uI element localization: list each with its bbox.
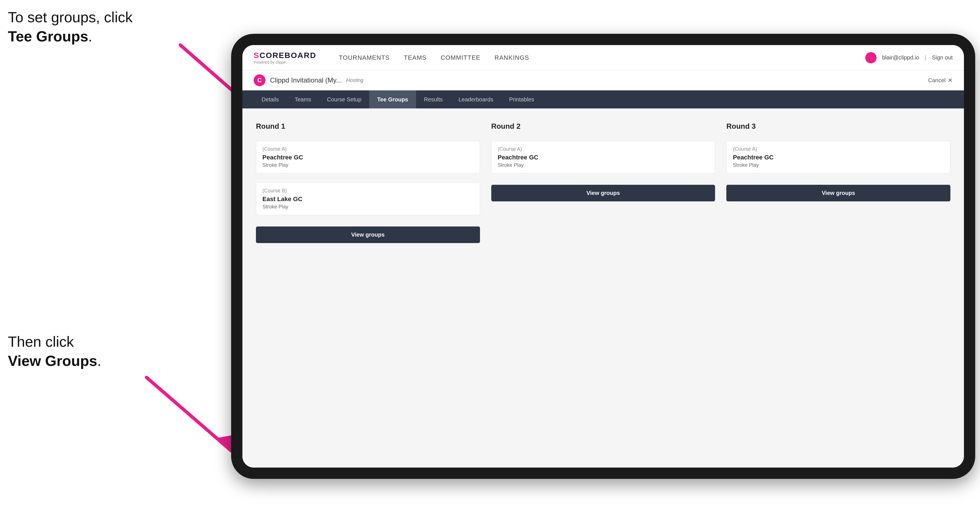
tablet-device: SCOREBOARD Powered by clippit TOURNAMENT… [231,34,975,479]
round-1-course-b-format: Stroke Play [262,204,474,210]
round-2-title: Round 2 [491,122,715,131]
round-3-view-groups-button[interactable]: View groups [726,185,950,202]
top-nav: SCOREBOARD Powered by clippit TOURNAMENT… [242,45,964,70]
nav-right: blair@clippd.io | Sign out [865,52,953,63]
tab-tee-groups[interactable]: Tee Groups [369,90,416,108]
cancel-label: Cancel [928,77,946,84]
svg-line-2 [146,378,231,451]
rounds-grid: Round 1 (Course A) Peachtree GC Stroke P… [256,122,950,243]
tab-printables[interactable]: Printables [501,90,542,108]
tournament-logo: C [254,75,266,86]
tab-course-setup[interactable]: Course Setup [319,90,369,108]
tab-leaderboards[interactable]: Leaderboards [451,90,501,108]
main-nav: TOURNAMENTS TEAMS COMMITTEE RANKINGS [339,54,848,61]
sign-out-link[interactable]: Sign out [932,54,953,61]
round-1-title: Round 1 [256,122,480,131]
hosting-badge: Hosting [346,78,363,83]
round-1-course-b-name: East Lake GC [262,195,474,203]
sub-nav: Details Teams Course Setup Tee Groups Re… [242,90,964,108]
nav-rankings[interactable]: RANKINGS [495,54,529,61]
cancel-button[interactable]: Cancel ✕ [928,77,953,84]
round-2-course-a-format: Stroke Play [498,162,709,168]
tournament-name: Clippd Invitational (My... [270,76,342,84]
round-2-column: Round 2 (Course A) Peachtree GC Stroke P… [491,122,715,243]
round-1-course-b-card: (Course B) East Lake GC Stroke Play [256,183,480,215]
round-3-column: Round 3 (Course A) Peachtree GC Stroke P… [726,122,950,243]
round-1-course-a-card: (Course A) Peachtree GC Stroke Play [256,141,480,173]
tournament-title-area: C Clippd Invitational (My... Hosting [254,75,363,86]
instruction-top-bold: Tee Groups [8,28,88,44]
user-email: blair@clippd.io [882,54,919,61]
round-3-course-a-name: Peachtree GC [733,154,944,161]
tablet-screen: SCOREBOARD Powered by clippit TOURNAMENT… [242,45,964,468]
instruction-top-line1: To set groups, click [8,9,132,25]
round-1-view-groups-button[interactable]: View groups [256,227,480,243]
round-3-title: Round 3 [726,122,950,131]
instruction-bottom: Then click View Groups. [8,332,101,370]
round-3-course-a-card: (Course A) Peachtree GC Stroke Play [726,141,950,173]
instruction-bottom-bold: View Groups [8,352,97,369]
round-2-course-a-card: (Course A) Peachtree GC Stroke Play [491,141,715,173]
main-content: Round 1 (Course A) Peachtree GC Stroke P… [242,108,964,468]
nav-tournaments[interactable]: TOURNAMENTS [339,54,390,61]
round-1-course-a-format: Stroke Play [262,162,474,168]
round-1-course-a-name: Peachtree GC [262,154,474,161]
instruction-top: To set groups, click Tee Groups. [8,8,132,46]
nav-teams[interactable]: TEAMS [404,54,427,61]
round-2-course-a-label: (Course A) [498,146,709,152]
round-1-course-b-label: (Course B) [262,188,474,194]
logo-sub: Powered by clippit [254,60,316,65]
tab-teams[interactable]: Teams [286,90,319,108]
round-1-column: Round 1 (Course A) Peachtree GC Stroke P… [256,122,480,243]
round-3-course-a-label: (Course A) [733,146,944,152]
user-avatar [865,52,877,63]
round-2-view-groups-button[interactable]: View groups [491,185,715,202]
tab-results[interactable]: Results [416,90,451,108]
tab-details[interactable]: Details [254,90,286,108]
round-2-course-a-name: Peachtree GC [498,154,709,161]
instruction-bottom-line1: Then click [8,333,74,350]
round-1-course-a-label: (Course A) [262,146,474,152]
round-3-course-a-format: Stroke Play [733,162,944,168]
nav-committee[interactable]: COMMITTEE [441,54,480,61]
close-icon: ✕ [948,77,953,84]
logo-text: SCOREBOARD [254,51,316,60]
tournament-bar: C Clippd Invitational (My... Hosting Can… [242,70,964,90]
logo: SCOREBOARD Powered by clippit [254,51,316,65]
